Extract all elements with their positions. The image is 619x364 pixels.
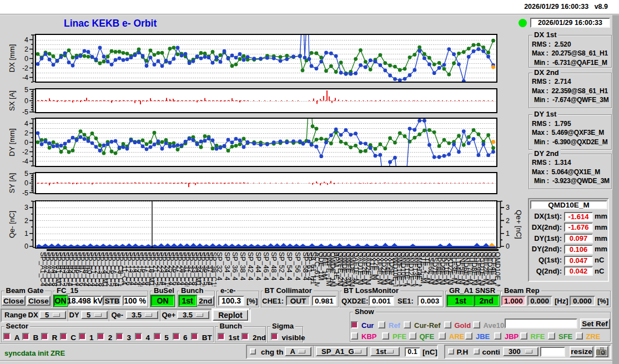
svg-text:3: 3	[24, 204, 28, 211]
svg-text:-5: -5	[22, 189, 28, 197]
svg-text:Qe- [nC]: Qe- [nC]	[8, 211, 16, 238]
svg-text:SP_48_4: SP_48_4	[270, 252, 278, 280]
svg-text:2: 2	[24, 217, 28, 225]
svg-text:2: 2	[24, 129, 28, 137]
svg-text:SP_46_4: SP_46_4	[262, 252, 270, 280]
svg-text:0: 0	[506, 242, 510, 250]
svg-text:1: 1	[24, 230, 28, 237]
svg-text:0: 0	[24, 97, 28, 105]
svg-text:0: 0	[24, 242, 28, 250]
svg-text:SP_32_4: SP_32_4	[215, 252, 223, 280]
svg-text:SX [A]: SX [A]	[8, 90, 16, 111]
svg-text:SP_52_4: SP_52_4	[278, 252, 285, 280]
svg-text:0: 0	[24, 139, 28, 146]
svg-text:1: 1	[506, 230, 510, 237]
svg-text:QMD10E_M: QMD10E_M	[494, 252, 501, 286]
svg-text:DX [mm]: DX [mm]	[8, 44, 16, 73]
svg-text:0: 0	[24, 179, 28, 187]
svg-text:-2: -2	[22, 148, 28, 156]
svg-text:2: 2	[506, 217, 510, 225]
svg-text:4: 4	[24, 120, 28, 128]
svg-text:-4: -4	[22, 158, 28, 165]
svg-text:-5: -5	[22, 108, 28, 116]
svg-text:SP_54_4: SP_54_4	[285, 252, 293, 280]
svg-text:0: 0	[24, 55, 28, 63]
svg-text:5: 5	[24, 170, 28, 178]
svg-text:2: 2	[24, 46, 28, 53]
svg-text:SP_36_4: SP_36_4	[231, 252, 239, 280]
svg-text:SP_42_4: SP_42_4	[246, 252, 254, 280]
svg-text:5: 5	[24, 86, 28, 94]
svg-text:SP_34_4: SP_34_4	[223, 252, 231, 280]
svg-text:DY [mm]: DY [mm]	[8, 128, 16, 156]
svg-text:SP_56_4: SP_56_4	[294, 252, 301, 280]
svg-text:3: 3	[506, 204, 510, 211]
svg-text:-4: -4	[22, 74, 28, 82]
svg-text:SP_38_4: SP_38_4	[239, 252, 246, 280]
svg-text:4: 4	[24, 36, 28, 44]
svg-text:SY [A]: SY [A]	[8, 173, 16, 194]
svg-text:SP_44_4: SP_44_4	[254, 252, 262, 280]
svg-text:-2: -2	[22, 64, 28, 72]
